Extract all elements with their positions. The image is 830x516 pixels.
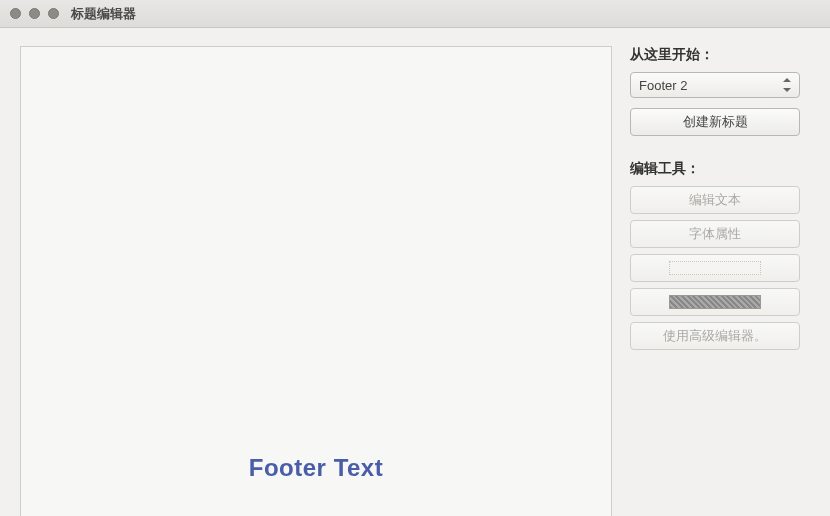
create-new-title-button[interactable]: 创建新标题 (630, 108, 800, 136)
window-titlebar[interactable]: 标题编辑器 (0, 0, 830, 28)
edit-text-button[interactable]: 编辑文本 (630, 186, 800, 214)
title-editor-window: 标题编辑器 Footer Text 从这里开始： Footer 2 创建新标题 … (0, 0, 830, 516)
create-new-title-label: 创建新标题 (683, 113, 748, 131)
font-properties-button[interactable]: 字体属性 (630, 220, 800, 248)
advanced-editor-button[interactable]: 使用高级编辑器。 (630, 322, 800, 350)
minimize-window-button[interactable] (29, 8, 40, 19)
sidebar-panel: 从这里开始： Footer 2 创建新标题 编辑工具： 编辑文本 字体属性 (612, 28, 830, 516)
chevron-updown-icon (781, 78, 791, 92)
advanced-editor-label: 使用高级编辑器。 (663, 327, 767, 345)
tools-section-label: 编辑工具： (630, 160, 816, 178)
close-window-button[interactable] (10, 8, 21, 19)
text-color-swatch (669, 261, 761, 275)
window-title: 标题编辑器 (71, 5, 136, 23)
font-properties-label: 字体属性 (689, 225, 741, 243)
window-content: Footer Text 从这里开始： Footer 2 创建新标题 编辑工具： … (0, 28, 830, 516)
title-preset-dropdown[interactable]: Footer 2 (630, 72, 800, 98)
canvas-wrap: Footer Text (0, 28, 612, 516)
background-color-swatch-button[interactable] (630, 288, 800, 316)
background-color-swatch (669, 295, 761, 309)
edit-text-label: 编辑文本 (689, 191, 741, 209)
preview-canvas[interactable]: Footer Text (20, 46, 612, 516)
start-section-label: 从这里开始： (630, 46, 816, 64)
maximize-window-button[interactable] (48, 8, 59, 19)
window-controls (10, 8, 59, 19)
text-color-swatch-button[interactable] (630, 254, 800, 282)
dropdown-selected-value: Footer 2 (639, 78, 687, 93)
footer-text-preview[interactable]: Footer Text (21, 454, 611, 482)
